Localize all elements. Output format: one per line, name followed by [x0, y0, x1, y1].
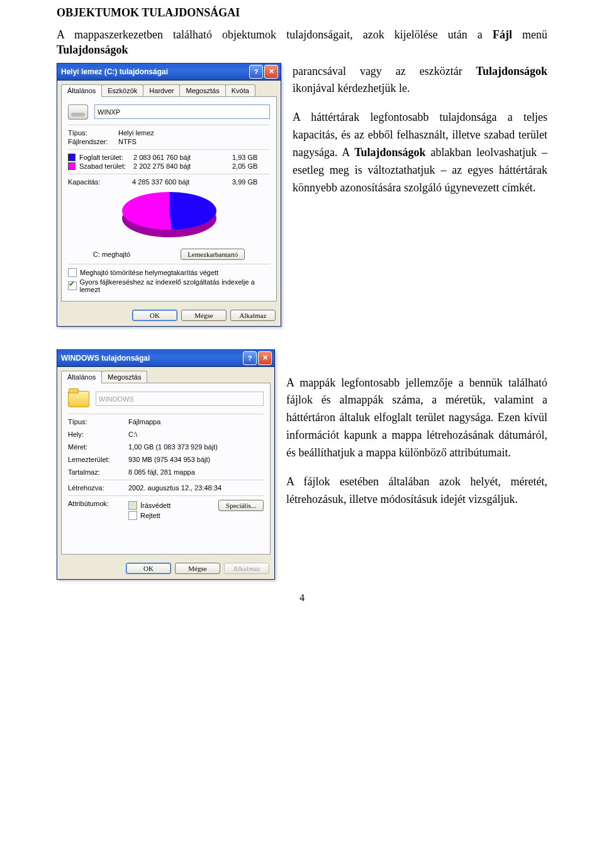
disksize-value: 930 MB (975 434 953 bájt) — [128, 456, 264, 463]
apply-button[interactable]: Alkalmaz — [230, 310, 276, 321]
text-column-2: A mappák legfontosabb jellemzője a bennü… — [286, 349, 547, 580]
free-bytes: 2 202 275 840 bájt — [133, 162, 232, 170]
tabstrip: Általános Megosztás — [57, 367, 274, 383]
p3: A mappák legfontosabb jellemzője a bennü… — [286, 375, 547, 462]
folder-icon — [68, 391, 89, 407]
help-icon: ? — [248, 354, 252, 362]
index-label: Gyors fájlkereséshez az indexelő szolgál… — [80, 278, 270, 293]
ok-button[interactable]: OK — [132, 310, 177, 321]
intro-menu-name: Fájl — [493, 28, 512, 41]
free-label: Szabad terület: — [79, 162, 133, 170]
type-value: Fájlmappa — [128, 418, 264, 426]
p1c: ikonjával kérdezhetjük le. — [293, 82, 410, 94]
page: OBJEKTUMOK TULAJDONSÁGAI A mappaszerkeze… — [0, 0, 604, 616]
drive-caption: C: meghajtó — [93, 251, 130, 258]
cancel-button[interactable]: Mégse — [181, 310, 226, 321]
used-color-swatch — [68, 154, 76, 161]
type-label: Típus: — [68, 418, 128, 426]
text-column-1: parancsával vagy az eszköztár Tulajdonsá… — [293, 63, 547, 327]
dialog-body: Típus:Helyi lemez Fájlrendszer:NTFS Fogl… — [61, 96, 277, 302]
compress-checkbox[interactable] — [68, 268, 77, 277]
capacity-bytes: 4 285 337 600 bájt — [132, 178, 232, 186]
tab-quota[interactable]: Kvóta — [225, 84, 255, 97]
hidden-checkbox[interactable] — [128, 511, 137, 520]
titlebar[interactable]: Helyi lemez (C:) tulajdonságai ? ✕ — [57, 64, 281, 81]
close-icon: ✕ — [262, 354, 268, 362]
location-value: C:\ — [128, 431, 264, 438]
created-label: Létrehozva: — [68, 484, 128, 492]
size-value: 1,00 GB (1 083 373 929 bájt) — [128, 443, 264, 451]
titlebar-text: WINDOWS tulajdonságai — [61, 354, 150, 363]
tab-hardware[interactable]: Hardver — [143, 84, 180, 97]
contains-label: Tartalmaz: — [68, 468, 128, 476]
ok-button[interactable]: OK — [126, 563, 171, 574]
advanced-button[interactable]: Speciális... — [218, 500, 264, 511]
hidden-label: Rejtett — [140, 512, 160, 519]
used-gb: 1,93 GB — [232, 154, 270, 161]
filesystem-value: NTFS — [118, 138, 270, 145]
used-bytes: 2 083 061 760 bájt — [133, 154, 232, 161]
tab-sharing[interactable]: Megosztás — [101, 371, 147, 383]
titlebar[interactable]: WINDOWS tulajdonságai ? ✕ — [57, 350, 274, 367]
titlebar-text: Helyi lemez (C:) tulajdonságai — [61, 67, 168, 76]
free-color-swatch — [68, 162, 76, 170]
size-label: Méret: — [68, 443, 128, 451]
p4: A fájlok esetében általában azok helyét,… — [286, 473, 547, 509]
intro-command-name: Tulajdonságok — [57, 43, 128, 56]
tab-sharing[interactable]: Megosztás — [179, 84, 225, 97]
index-checkbox[interactable] — [68, 281, 77, 290]
filesystem-label: Fájlrendszer: — [68, 138, 118, 145]
close-button[interactable]: ✕ — [264, 65, 278, 79]
capacity-label: Kapacitás: — [68, 178, 132, 186]
apply-button[interactable]: Alkalmaz — [224, 563, 269, 574]
usage-pie-chart — [122, 192, 216, 242]
close-button[interactable]: ✕ — [258, 351, 272, 365]
used-label: Foglalt terület: — [79, 154, 133, 161]
free-gb: 2,05 GB — [232, 162, 270, 170]
p1a: parancsával vagy az eszköztár — [293, 65, 476, 77]
folder-name-input — [96, 392, 264, 406]
folder-properties-window: WINDOWS tulajdonságai ? ✕ Általános Mego… — [57, 349, 275, 580]
capacity-gb: 3,99 GB — [232, 178, 270, 186]
dialog-footer: OK Mégse Alkalmaz — [57, 559, 274, 579]
section-title: OBJEKTUMOK TULAJDONSÁGAI — [57, 6, 547, 20]
attributes-label: Attribútumok: — [68, 500, 128, 507]
tab-tools[interactable]: Eszközök — [101, 84, 143, 97]
compress-label: Meghajtó tömörítése helymegtakarítás vég… — [80, 269, 218, 276]
contains-value: 8 085 fájl, 281 mappa — [128, 468, 264, 476]
page-number: 4 — [57, 592, 547, 604]
tab-general[interactable]: Általános — [61, 84, 102, 97]
intro-paragraph: A mappaszerkezetben található objektumok… — [57, 27, 547, 58]
intro-text-2: menü — [522, 28, 547, 41]
readonly-checkbox[interactable] — [128, 501, 137, 510]
tab-general[interactable]: Általános — [61, 371, 102, 383]
drive-icon — [68, 104, 88, 120]
drive-properties-window: Helyi lemez (C:) tulajdonságai ? ✕ Által… — [57, 63, 281, 327]
disk-cleanup-button[interactable]: Lemezkarbantartó — [181, 249, 245, 260]
volume-label-input[interactable] — [94, 104, 270, 119]
help-button[interactable]: ? — [249, 65, 263, 79]
intro-text-1: A mappaszerkezetben található objektumok… — [57, 28, 493, 41]
dialog-footer: OK Mégse Alkalmaz — [57, 306, 281, 326]
type-label: Típus: — [68, 129, 118, 137]
type-value: Helyi lemez — [118, 129, 270, 137]
p1b: Tulajdonságok — [476, 65, 547, 77]
created-value: 2002. augusztus 12., 23:48:34 — [128, 484, 264, 492]
tabstrip: Általános Eszközök Hardver Megosztás Kvó… — [57, 81, 281, 97]
location-label: Hely: — [68, 431, 128, 438]
p2b: Tulajdonságok — [354, 146, 425, 159]
close-icon: ✕ — [269, 67, 274, 76]
readonly-label: Írásvédett — [140, 502, 171, 509]
cancel-button[interactable]: Mégse — [175, 563, 220, 574]
help-button[interactable]: ? — [243, 351, 257, 365]
help-icon: ? — [254, 68, 259, 76]
dialog-body: Típus:Fájlmappa Hely:C:\ Méret:1,00 GB (… — [61, 383, 271, 555]
disksize-label: Lemezterület: — [68, 456, 128, 463]
